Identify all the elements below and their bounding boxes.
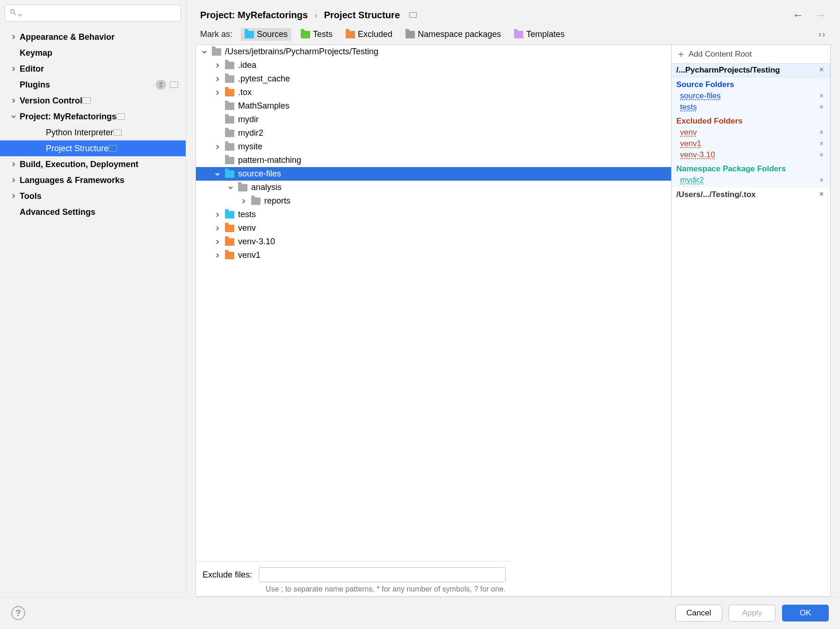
chevron-down-icon bbox=[214, 171, 221, 177]
remove-icon[interactable]: × bbox=[818, 128, 826, 137]
templates-folder-icon bbox=[514, 31, 523, 38]
directory-label: .tox bbox=[238, 88, 252, 97]
directory-label: venv-3.10 bbox=[238, 237, 275, 247]
help-button[interactable]: ? bbox=[11, 606, 25, 620]
remove-icon[interactable]: × bbox=[818, 139, 826, 148]
directory-row[interactable]: mydir2 bbox=[196, 126, 671, 140]
exclude-files-bar: Exclude files: Use ; to separate name pa… bbox=[196, 561, 512, 596]
folder-icon bbox=[225, 102, 234, 110]
nav-back-icon[interactable]: ← bbox=[792, 8, 804, 22]
close-icon[interactable]: × bbox=[818, 190, 826, 199]
sidebar-item-label: Tools bbox=[20, 191, 42, 201]
folder-icon bbox=[238, 184, 247, 191]
folder-icon bbox=[212, 48, 221, 56]
directory-label: reports bbox=[264, 196, 290, 206]
folder-link[interactable]: mydir2 bbox=[680, 176, 704, 185]
namespace-folder-icon bbox=[406, 31, 415, 38]
directory-row[interactable]: mydir bbox=[196, 113, 671, 126]
folder-link[interactable]: source-files bbox=[680, 91, 721, 101]
directory-row[interactable]: analysis bbox=[196, 181, 671, 194]
apply-button[interactable]: Apply bbox=[729, 605, 775, 622]
sidebar-item-label: Appearance & Behavior bbox=[20, 32, 115, 42]
close-icon[interactable]: × bbox=[818, 66, 826, 75]
sidebar-item[interactable]: Editor bbox=[0, 61, 186, 77]
remove-icon[interactable]: × bbox=[818, 151, 826, 159]
directory-label: analysis bbox=[251, 183, 282, 192]
sidebar-item[interactable]: Tools bbox=[0, 188, 186, 204]
sidebar-item[interactable]: Project: MyRefactorings bbox=[0, 109, 186, 124]
remove-icon[interactable]: × bbox=[818, 176, 826, 184]
excluded-folders-title: Excluded Folders bbox=[676, 117, 826, 126]
directory-label: .pytest_cache bbox=[238, 74, 290, 84]
search-input[interactable] bbox=[5, 5, 181, 22]
directory-row[interactable]: venv1 bbox=[196, 249, 671, 262]
sidebar-item-label: Version Control bbox=[20, 96, 82, 106]
cancel-button[interactable]: Cancel bbox=[675, 605, 722, 622]
directory-row[interactable]: .idea bbox=[196, 59, 671, 72]
folder-link[interactable]: venv1 bbox=[680, 139, 701, 148]
folder-link[interactable]: venv bbox=[680, 128, 697, 137]
more-icon[interactable]: ›› bbox=[818, 29, 826, 39]
folder-entry: tests× bbox=[676, 102, 826, 113]
directory-row[interactable]: reports bbox=[196, 194, 671, 208]
mark-sources-button[interactable]: Sources bbox=[241, 28, 291, 41]
sidebar-item[interactable]: Build, Execution, Deployment bbox=[0, 156, 186, 172]
sidebar-item[interactable]: Plugins2 bbox=[0, 77, 186, 93]
folder-icon bbox=[225, 89, 234, 96]
directory-row[interactable]: venv-3.10 bbox=[196, 235, 671, 249]
folder-entry: venv-3.10× bbox=[676, 149, 826, 161]
chevron-right-icon bbox=[214, 63, 221, 68]
directory-label: mydir bbox=[238, 115, 259, 124]
chevron-right-icon bbox=[214, 76, 221, 82]
sidebar-item-label: Keymap bbox=[20, 48, 52, 58]
breadcrumb-page: Project Structure bbox=[324, 10, 400, 21]
source-folders-title: Source Folders bbox=[676, 80, 826, 89]
sidebar-item[interactable]: Python Interpreter bbox=[0, 124, 186, 140]
directory-row[interactable]: source-files bbox=[196, 167, 671, 181]
mark-namespace-button[interactable]: Namespace packages bbox=[402, 28, 505, 41]
sidebar-item[interactable]: Keymap bbox=[0, 45, 186, 61]
chevron-right-icon bbox=[214, 226, 221, 231]
sidebar-item[interactable]: Appearance & Behavior bbox=[0, 29, 186, 45]
directory-label: source-files bbox=[238, 169, 281, 179]
content-root-extra[interactable]: /Users/.../Testing/.tox bbox=[676, 190, 818, 199]
directory-tree[interactable]: /Users/jetbrains/PycharmProjects/Testing… bbox=[196, 45, 671, 596]
content-root-header[interactable]: /...PycharmProjects/Testing bbox=[676, 66, 818, 75]
directory-row[interactable]: pattern-matching bbox=[196, 154, 671, 167]
mark-tests-button[interactable]: Tests bbox=[297, 28, 336, 41]
scope-icon bbox=[113, 129, 122, 136]
content-roots-panel: ＋ Add Content Root /...PycharmProjects/T… bbox=[671, 45, 830, 596]
folder-entry: mydir2× bbox=[676, 175, 826, 186]
exclude-files-input[interactable] bbox=[259, 567, 506, 582]
remove-icon[interactable]: × bbox=[818, 92, 826, 100]
sidebar-item[interactable]: Version Control bbox=[0, 93, 186, 109]
ok-button[interactable]: OK bbox=[782, 605, 829, 622]
directory-row[interactable]: .tox bbox=[196, 86, 671, 99]
folder-icon bbox=[225, 211, 234, 219]
sidebar-item[interactable]: Languages & Frameworks bbox=[0, 172, 186, 188]
mark-templates-button[interactable]: Templates bbox=[510, 28, 568, 41]
directory-row[interactable]: mysite bbox=[196, 140, 671, 154]
directory-row[interactable]: MathSamples bbox=[196, 99, 671, 113]
folder-entry: source-files× bbox=[676, 90, 826, 102]
remove-icon[interactable]: × bbox=[818, 103, 826, 111]
sidebar-item[interactable]: Advanced Settings bbox=[0, 204, 186, 220]
mark-excluded-button[interactable]: Excluded bbox=[342, 28, 396, 41]
folder-link[interactable]: tests bbox=[680, 102, 697, 112]
scope-icon bbox=[170, 81, 178, 88]
directory-row[interactable]: /Users/jetbrains/PycharmProjects/Testing bbox=[196, 45, 671, 59]
directory-row[interactable]: tests bbox=[196, 208, 671, 221]
folder-icon bbox=[225, 116, 234, 124]
scope-icon bbox=[82, 97, 91, 104]
chevron-right-icon bbox=[214, 212, 221, 218]
breadcrumb-project[interactable]: Project: MyRefactorings bbox=[200, 10, 308, 21]
directory-row[interactable]: venv bbox=[196, 221, 671, 235]
sidebar-item[interactable]: Project Structure bbox=[0, 140, 186, 156]
add-content-root-button[interactable]: ＋ Add Content Root bbox=[672, 45, 830, 63]
directory-label: /Users/jetbrains/PycharmProjects/Testing bbox=[225, 47, 378, 57]
sidebar-item-label: Editor bbox=[20, 64, 44, 74]
folder-link[interactable]: venv-3.10 bbox=[680, 150, 715, 160]
scope-icon bbox=[109, 145, 117, 152]
directory-row[interactable]: .pytest_cache bbox=[196, 72, 671, 86]
sidebar-item-label: Languages & Frameworks bbox=[20, 176, 124, 185]
